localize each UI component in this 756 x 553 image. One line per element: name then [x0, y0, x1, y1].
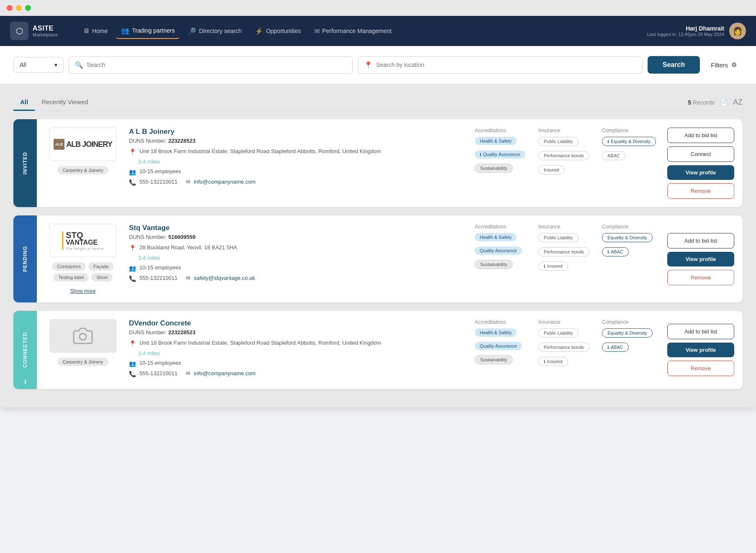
card-body-stq: STQ VANTAGE The height of safety Contrac… — [37, 215, 743, 302]
add-to-bid-list-button-stq[interactable]: Add to bid list — [667, 233, 734, 248]
remove-button-dvendor[interactable]: Remove — [667, 361, 734, 376]
tab-all[interactable]: All — [13, 94, 35, 111]
badge-equality-diversity: ℹ Equality & Diversity — [602, 137, 656, 146]
nav-home[interactable]: 🖥 Home — [78, 24, 113, 38]
info-icon-ins-dvendor: ℹ — [544, 359, 545, 364]
filters-button[interactable]: Filters ⚙ — [705, 57, 743, 73]
phone-row-dvendor: 📞 555-132210011 ✉ info@companyname.com — [129, 370, 466, 377]
nav-trading-partners[interactable]: 👥 Trading partners — [116, 23, 180, 39]
acc-col-insurance-dvendor: Insurance Public Liability Performance b… — [538, 319, 595, 369]
acc-col-accreditations-stq: Accreditations Health & Safety Quality A… — [475, 224, 532, 273]
app-name: ASITE — [33, 25, 58, 32]
user-avatar[interactable]: 👩 — [729, 23, 746, 39]
email-link-alb[interactable]: info@companyname.com — [194, 179, 256, 185]
location-input-wrap: 📍 — [358, 56, 642, 74]
logo-area: ⬡ ASITE Marketplace — [10, 22, 58, 40]
status-bar-invited: Invited — [13, 119, 37, 207]
filters-icon: ⚙ — [731, 61, 737, 69]
nav-directory-search[interactable]: 🔎 Directory search — [183, 24, 247, 38]
company-name-stq[interactable]: Stq Vantage — [129, 224, 466, 232]
badge-quality-assurance: ℹ Quality Assurance — [475, 150, 525, 159]
company-logo-alb: ALB ALB JOINERY — [49, 128, 116, 161]
info-icon-status: ℹ — [24, 378, 26, 385]
compliance-list-dvendor: Equality & Diversity ℹ ABAC — [602, 328, 659, 354]
accreditations-section-dvendor: Accreditations Health & Safety Quality A… — [475, 319, 659, 381]
app-window: ⬡ ASITE Marketplace 🖥 Home 👥 Trading par… — [0, 0, 756, 407]
add-to-bid-list-button-dvendor[interactable]: Add to bid list — [667, 324, 734, 339]
performance-icon: ✉ — [314, 27, 320, 35]
company-tags-dvendor: Carpentry & Joinery — [57, 358, 108, 366]
category-dropdown[interactable]: All ▾ — [13, 57, 64, 73]
view-profile-button-alb[interactable]: View profile — [667, 165, 734, 180]
search-button[interactable]: Search — [648, 56, 700, 74]
insurance-list-stq: Public Liability Performance bonds ℹ Ins… — [538, 233, 595, 273]
status-label-stq: Pending — [22, 246, 28, 272]
company-name-alb[interactable]: A L B Joinery — [129, 128, 466, 136]
logo-section-dvendor: Carpentry & Joinery — [45, 319, 121, 381]
sort-icon[interactable]: AZ — [733, 98, 743, 107]
badge-pb-stq: Performance bonds — [538, 247, 589, 256]
company-tags-alb: Carpentry & Joinery — [57, 166, 108, 174]
close-button[interactable] — [7, 5, 13, 11]
phone-icon: 📞 — [129, 179, 136, 186]
nav-performance-management[interactable]: ✉ Performance Management — [309, 24, 397, 38]
status-bar-pending: Pending — [13, 215, 37, 302]
badge-pb-dvendor: Performance bonds — [538, 343, 589, 352]
company-name-dvendor[interactable]: DVendor Concrete — [129, 319, 466, 328]
records-info: 5 Records 📄 AZ — [688, 98, 743, 107]
pin-icon-dvendor: 📍 — [129, 340, 136, 347]
accreditations-section-stq: Accreditations Health & Safety Quality A… — [475, 224, 659, 294]
phone-row-alb: 📞 555-132210011 ✉ info@companyname.com — [129, 179, 466, 186]
email-link-dvendor[interactable]: info@companyname.com — [194, 370, 256, 376]
maximize-button[interactable] — [25, 5, 31, 11]
opportunities-icon: ⚡ — [255, 27, 263, 35]
records-count: 5 Records — [688, 99, 715, 106]
compliance-list-stq: Equality & Diversity ℹ ABAC — [602, 233, 659, 259]
search-input-wrap: 🔍 — [69, 56, 353, 74]
card-body: ALB ALB JOINERY Carpentry & Joinery A L … — [37, 119, 743, 207]
connect-button-alb[interactable]: Connect — [667, 146, 734, 162]
accreditations-list-dvendor: Health & Safety Quality Assurance Sustai… — [475, 328, 532, 367]
insurance-list: Public Liability Performance bonds Insur… — [538, 137, 595, 177]
phone-icon-dvendor: 📞 — [129, 371, 136, 377]
export-icon[interactable]: 📄 — [720, 98, 728, 106]
last-login: Last logged in: 12:45pm 29 May 2024 — [647, 32, 724, 37]
badge-sus-dvendor: Sustainability — [475, 355, 513, 364]
badge-public-liability: Public Liability — [538, 137, 579, 146]
location-input[interactable] — [376, 61, 636, 68]
nav-links: 🖥 Home 👥 Trading partners 🔎 Directory se… — [78, 23, 634, 39]
tab-recently-viewed[interactable]: Recently Viewed — [35, 94, 95, 111]
location-icon: 📍 — [364, 61, 373, 69]
email-link-stq[interactable]: safety@stqvantage.co.uk — [194, 275, 255, 281]
card-details-stq: Stq Vantage DUNS Number: 516609559 📍 28 … — [129, 224, 466, 294]
address-row-alb: 📍 Unit 18 Brook Farm Industrial Estate, … — [129, 148, 466, 155]
logo-section: ALB ALB JOINERY Carpentry & Joinery — [45, 128, 121, 199]
badge-ed-stq: Equality & Diversity — [602, 233, 653, 242]
badge-health-safety: Health & Safety — [475, 137, 517, 145]
people-icon: 👥 — [129, 169, 136, 175]
acc-col-compliance-stq: Compliance Equality & Diversity ℹ ABAC — [602, 224, 659, 273]
remove-button-alb[interactable]: Remove — [667, 183, 734, 199]
add-to-bid-list-button-alb[interactable]: Add to bid list — [667, 128, 734, 143]
badge-ins-stq: ℹ Insured — [538, 261, 568, 271]
nav-opportunities[interactable]: ⚡ Opportunities — [250, 24, 306, 38]
duns-dvendor: DUNS Number: 223228523 — [129, 329, 466, 335]
show-more-stq[interactable]: Show more — [70, 288, 96, 294]
search-icon: 🔍 — [75, 61, 83, 69]
email-icon: ✉ — [186, 179, 190, 185]
company-tags-stq: Contractors Façade Testing label Short — [45, 262, 121, 282]
card-actions-alb: Add to bid list Connect View profile Rem… — [667, 128, 734, 199]
search-input[interactable] — [87, 61, 347, 68]
app-sub: Marketplace — [33, 32, 58, 37]
tag-testing: Testing label — [53, 273, 89, 282]
remove-button-stq[interactable]: Remove — [667, 270, 734, 285]
view-profile-button-dvendor[interactable]: View profile — [667, 343, 734, 357]
minimize-button[interactable] — [16, 5, 22, 11]
acc-col-accreditations: Accreditations Health & Safety ℹ Quality… — [475, 128, 532, 177]
info-icon: ℹ — [607, 139, 609, 144]
info-icon-ins-stq: ℹ — [544, 264, 545, 269]
search-area: All ▾ 🔍 📍 Search Filters ⚙ — [0, 46, 756, 84]
view-profile-button-stq[interactable]: View profile — [667, 252, 734, 266]
address-row-dvendor: 📍 Unit 18 Brook Farm Industrial Estate, … — [129, 340, 466, 347]
people-icon-dvendor: 👥 — [129, 360, 136, 367]
